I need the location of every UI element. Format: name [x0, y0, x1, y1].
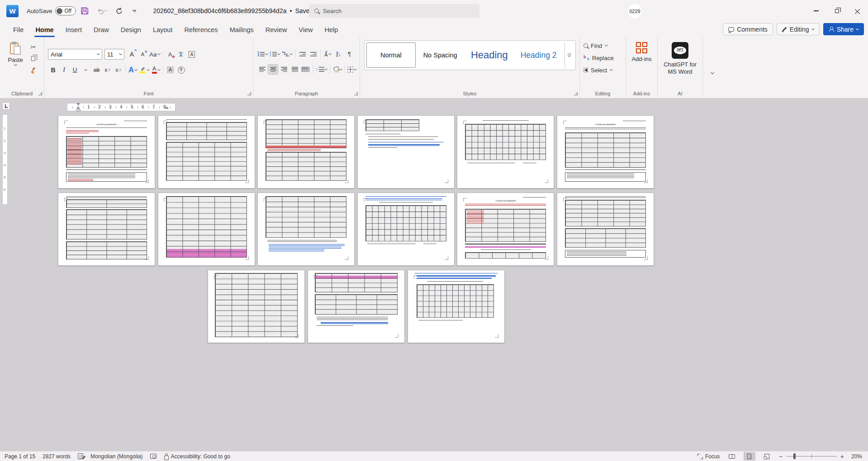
- page-9[interactable]: [257, 193, 355, 266]
- subscript-button[interactable]: x2: [102, 65, 113, 75]
- page-2[interactable]: [158, 115, 255, 188]
- borders-button[interactable]: [346, 64, 357, 75]
- proofing-errors-icon[interactable]: [78, 453, 83, 459]
- page-6[interactable]: СУРГАЛТЫН МЕНЕЖЕР: [557, 115, 654, 188]
- clear-formatting-button[interactable]: A: [165, 49, 175, 60]
- autosave-switch[interactable]: Off: [55, 6, 76, 15]
- bullets-button[interactable]: [257, 49, 269, 59]
- style-no-spacing[interactable]: No Spacing: [416, 42, 465, 68]
- zoom-out-button[interactable]: −: [779, 453, 783, 460]
- copy-button[interactable]: [28, 53, 38, 64]
- numbering-button[interactable]: [269, 49, 281, 59]
- read-mode-button[interactable]: [726, 452, 738, 461]
- undo-button[interactable]: [93, 4, 110, 18]
- style-normal[interactable]: Normal: [366, 42, 416, 68]
- tab-layout[interactable]: Layout: [147, 24, 179, 37]
- page-7[interactable]: [58, 193, 155, 266]
- tab-mailings[interactable]: Mailings: [224, 24, 260, 37]
- style-heading[interactable]: Heading: [465, 42, 514, 68]
- page-indicator[interactable]: Page 1 of 15: [5, 453, 35, 460]
- page-11[interactable]: СУРГАЛТЫН МЕНЕЖЕР: [457, 193, 554, 266]
- tab-review[interactable]: Review: [260, 24, 293, 37]
- superscript-button[interactable]: x2: [113, 65, 123, 75]
- style-heading-2[interactable]: Heading 2: [514, 42, 563, 68]
- print-layout-button[interactable]: [744, 452, 755, 461]
- minimize-button[interactable]: [806, 0, 826, 22]
- page-5[interactable]: [457, 115, 554, 188]
- clipboard-dialog-launcher[interactable]: [38, 92, 42, 95]
- line-spacing-button[interactable]: [315, 64, 328, 75]
- web-layout-button[interactable]: [761, 452, 773, 461]
- addins-button[interactable]: Add-ins: [626, 37, 657, 63]
- highlight-button[interactable]: [138, 65, 150, 75]
- redo-button[interactable]: [112, 4, 126, 18]
- close-button[interactable]: [847, 0, 868, 22]
- macro-recording-icon[interactable]: [150, 454, 157, 459]
- styles-dialog-launcher[interactable]: [574, 92, 578, 95]
- search-input[interactable]: Search: [309, 4, 479, 18]
- text-effects-button[interactable]: A: [128, 65, 138, 75]
- page-12[interactable]: [557, 193, 654, 266]
- page-4[interactable]: [357, 115, 455, 188]
- tab-insert[interactable]: Insert: [60, 24, 88, 37]
- strikethrough-button[interactable]: ab: [91, 65, 102, 75]
- character-border-button[interactable]: A: [187, 49, 197, 60]
- tab-file[interactable]: File: [7, 24, 29, 37]
- save-button[interactable]: [78, 4, 91, 18]
- page-1[interactable]: СУРГАЛТЫН МЕНЕЖЕР: [58, 115, 155, 188]
- font-dialog-launcher[interactable]: [247, 92, 251, 95]
- styles-gallery-more-button[interactable]: [564, 42, 574, 68]
- tab-view[interactable]: View: [293, 24, 318, 37]
- cut-button[interactable]: ✂: [28, 42, 38, 52]
- format-painter-button[interactable]: [28, 65, 38, 75]
- page-10[interactable]: [357, 193, 455, 266]
- align-left-button[interactable]: [257, 64, 267, 75]
- underline-button[interactable]: U: [70, 65, 80, 75]
- justify-button[interactable]: [289, 64, 300, 75]
- enclose-characters-button[interactable]: 字: [176, 65, 186, 75]
- tab-help[interactable]: Help: [319, 24, 344, 37]
- word-count[interactable]: 2827 words: [43, 453, 71, 460]
- zoom-level[interactable]: 20%: [848, 453, 862, 460]
- find-button[interactable]: Find: [580, 40, 626, 51]
- accessibility-status[interactable]: Accessibility: Good to go: [164, 453, 230, 460]
- asian-layout-button[interactable]: ⇄A: [323, 49, 333, 59]
- zoom-slider[interactable]: [786, 456, 837, 456]
- phonetic-guide-button[interactable]: abcA: [176, 49, 186, 60]
- page-8[interactable]: [158, 193, 255, 266]
- autosave-toggle[interactable]: AutoSave Off: [27, 6, 76, 15]
- increase-indent-button[interactable]: [308, 49, 318, 59]
- paste-button[interactable]: Paste: [5, 41, 26, 75]
- restore-button[interactable]: [826, 0, 847, 22]
- focus-mode-button[interactable]: Focus: [697, 453, 720, 460]
- replace-button[interactable]: bc Replace: [580, 52, 626, 63]
- italic-button[interactable]: I: [59, 65, 69, 75]
- decrease-indent-button[interactable]: [297, 49, 308, 59]
- paragraph-dialog-launcher[interactable]: [354, 92, 358, 95]
- page-13[interactable]: [208, 270, 305, 343]
- share-button[interactable]: Share: [823, 23, 864, 35]
- underline-dropdown[interactable]: [81, 65, 91, 75]
- show-formatting-button[interactable]: ¶: [344, 49, 355, 59]
- collapse-ribbon-button[interactable]: [711, 71, 714, 74]
- change-case-button[interactable]: Aa: [148, 49, 161, 60]
- document-title[interactable]: 202602_88ef308bd04c6f6b683e899255b94d2a …: [153, 7, 318, 14]
- shading-button[interactable]: [332, 64, 342, 75]
- tab-home[interactable]: Home: [29, 24, 59, 37]
- avatar[interactable]: 0229: [628, 4, 642, 18]
- customize-quick-access-button[interactable]: [128, 4, 141, 18]
- word-logo-icon[interactable]: W: [6, 5, 19, 17]
- editing-mode-button[interactable]: Editing: [777, 23, 820, 35]
- comments-button[interactable]: Comments: [723, 23, 773, 35]
- chatgpt-button[interactable]: GPTfor WORD ChatGPT forMS Word: [658, 37, 702, 76]
- multilevel-list-button[interactable]: [281, 49, 293, 59]
- grow-font-button[interactable]: A^: [127, 49, 137, 60]
- distribute-button[interactable]: [300, 64, 311, 75]
- sort-button[interactable]: AZ↓: [333, 49, 344, 59]
- tab-references[interactable]: References: [178, 24, 223, 37]
- zoom-slider-thumb[interactable]: [793, 453, 796, 459]
- font-size-select[interactable]: 11: [104, 49, 124, 60]
- zoom-in-button[interactable]: +: [840, 453, 844, 460]
- language-indicator[interactable]: Mongolian (Mongolia): [90, 453, 142, 460]
- tab-draw[interactable]: Draw: [88, 24, 115, 37]
